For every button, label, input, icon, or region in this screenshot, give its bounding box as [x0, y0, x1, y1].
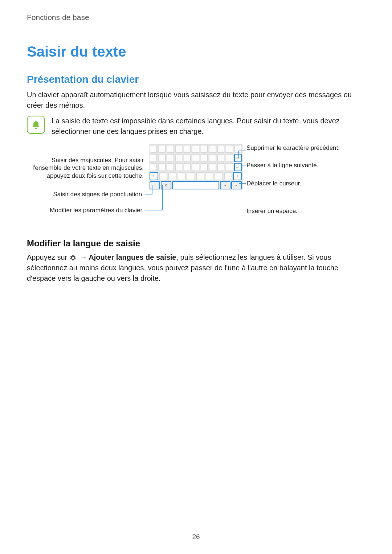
intro-paragraph: Un clavier apparaît automatiquement lors…	[27, 90, 365, 111]
cursor-left-key: ◂	[220, 181, 230, 189]
section-heading-presentation: Présentation du clavier	[27, 74, 365, 85]
punctuation-key	[150, 181, 160, 189]
space-key	[172, 181, 219, 189]
bold-menu-label: Ajouter langues de saisie	[89, 253, 176, 261]
callout-cursor: Déplacer le curseur.	[246, 180, 348, 187]
text-before: Appuyez sur	[27, 253, 69, 261]
callout-settings: Modifier les paramètres du clavier.	[27, 206, 144, 214]
page-title: Saisir du texte	[27, 44, 365, 60]
keyboard-image: ⌫ ↵ ⇧ ⇧ ⚙ ◂ ▸	[149, 144, 242, 190]
callout-punctuation: Saisir des signes de ponctuation.	[27, 190, 144, 198]
bell-icon	[27, 116, 45, 134]
note-block: La saisie de texte est impossible dans c…	[27, 116, 365, 137]
gear-icon	[69, 254, 77, 262]
settings-key: ⚙	[161, 181, 171, 189]
language-paragraph: Appuyez sur →Ajouter langues de saisie, …	[27, 252, 365, 284]
shift-key-right: ⇧	[233, 172, 241, 180]
arrow-icon: →	[80, 252, 87, 263]
keyboard-diagram: ⌫ ↵ ⇧ ⇧ ⚙ ◂ ▸ Saisir des majuscule	[27, 144, 365, 227]
cursor-right-key: ▸	[232, 181, 241, 189]
backspace-key: ⌫	[234, 154, 241, 162]
shift-key-left: ⇧	[150, 172, 158, 180]
note-text: La saisie de texte est impossible dans c…	[52, 116, 365, 137]
callout-shift: Saisir des majuscules. Pour saisir l'ens…	[27, 156, 144, 180]
page-number: 26	[0, 533, 392, 541]
callout-space: Insérer un espace.	[246, 207, 348, 215]
enter-key: ↵	[234, 163, 241, 171]
callout-backspace: Supprimer le caractère précédent.	[246, 144, 348, 152]
callout-enter: Passer à la ligne suivante.	[246, 161, 348, 169]
breadcrumb: Fonctions de base	[27, 13, 365, 22]
subheading-language: Modifier la langue de saisie	[27, 238, 365, 249]
